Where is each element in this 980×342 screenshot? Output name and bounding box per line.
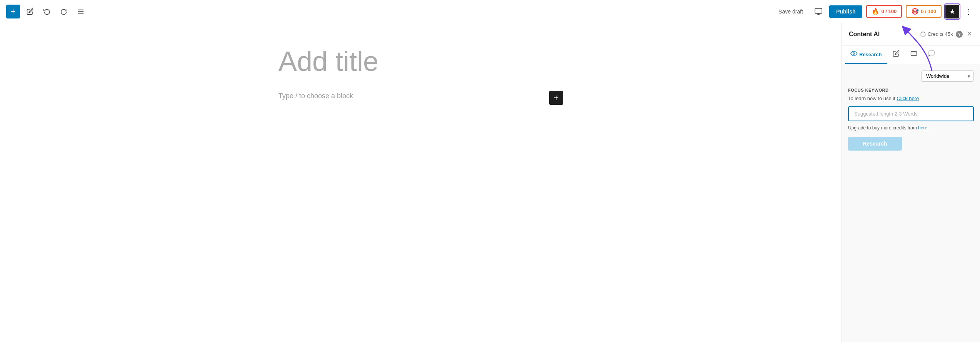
toolbar-left: + (6, 5, 771, 18)
credits-orange-icon: 🎯 (911, 8, 919, 15)
worldwide-select-wrapper: Worldwide United States United Kingdom C… (921, 70, 974, 82)
tab-research-label: Research (859, 52, 882, 57)
svg-point-6 (853, 53, 855, 55)
card-tab-icon (910, 50, 917, 59)
preview-icon (814, 7, 823, 16)
credits-info: Credits 45k (920, 31, 953, 37)
add-block-inline-button[interactable]: + (549, 91, 563, 105)
add-block-button[interactable]: + (6, 5, 20, 18)
undo-icon (43, 8, 50, 15)
svg-rect-7 (911, 52, 917, 56)
pencil-icon-button[interactable] (23, 5, 37, 18)
credits-red-button[interactable]: 🔥 0 / 100 (866, 5, 902, 18)
upgrade-link[interactable]: here. (918, 125, 928, 131)
redo-icon (60, 8, 67, 15)
credits-orange-label: 0 / 100 (921, 8, 936, 14)
worldwide-select[interactable]: Worldwide United States United Kingdom C… (921, 70, 974, 82)
upgrade-text: Upgrade to buy more credits from here. (848, 124, 974, 131)
loading-spinner (920, 32, 926, 37)
tab-card[interactable] (905, 45, 923, 64)
sidebar-tabs: Research (842, 45, 980, 64)
save-draft-button[interactable]: Save draft (774, 5, 808, 18)
more-options-button[interactable]: ⋮ (963, 5, 974, 18)
svg-rect-3 (815, 8, 822, 13)
tab-research[interactable]: Research (845, 45, 887, 64)
credits-red-icon: 🔥 (872, 8, 879, 15)
research-button[interactable]: Research (848, 137, 902, 151)
research-tab-icon (850, 50, 857, 59)
upgrade-text-before: Upgrade to buy more credits from (848, 125, 917, 131)
sidebar-header: Content AI Credits 45k ? × (842, 23, 980, 45)
focus-keyword-desc: To learn how to use it Click here (848, 95, 974, 102)
chat-tab-icon (928, 50, 935, 59)
editor-body-area: Type / to choose a block + (278, 92, 563, 105)
preview-button[interactable] (812, 5, 825, 18)
redo-button[interactable] (57, 5, 71, 18)
focus-keyword-section: FOCUS KEYWORD To learn how to use it Cli… (848, 88, 974, 151)
edit-tab-icon (893, 50, 900, 59)
click-here-link[interactable]: Click here (897, 96, 919, 101)
credits-amount: Credits 45k (928, 31, 953, 37)
toolbar: + Save draft (0, 0, 980, 23)
main-container: Add title Type / to choose a block + Con… (0, 23, 980, 342)
list-icon (77, 8, 84, 15)
editor-content: Add title Type / to choose a block + (278, 46, 563, 105)
star-button[interactable]: ★ (945, 5, 959, 18)
editor-area: Add title Type / to choose a block + (0, 23, 842, 342)
keyword-input[interactable] (848, 106, 974, 121)
sidebar-content: Worldwide United States United Kingdom C… (842, 64, 980, 342)
editor-title[interactable]: Add title (278, 46, 563, 77)
toolbar-right: Save draft Publish 🔥 0 / 100 🎯 0 / 100 ★… (774, 5, 974, 18)
undo-button[interactable] (40, 5, 54, 18)
tab-chat[interactable] (923, 45, 940, 64)
credits-red-label: 0 / 100 (881, 8, 897, 14)
tab-edit[interactable] (887, 45, 905, 64)
publish-button[interactable]: Publish (829, 5, 863, 18)
sidebar-title: Content AI (849, 31, 917, 38)
credits-orange-button[interactable]: 🎯 0 / 100 (906, 5, 942, 18)
focus-keyword-desc-text: To learn how to use it (848, 96, 895, 101)
help-icon[interactable]: ? (956, 31, 963, 38)
focus-keyword-label: FOCUS KEYWORD (848, 88, 974, 92)
sidebar-close-button[interactable]: × (966, 29, 973, 39)
sidebar: Content AI Credits 45k ? × Research (842, 23, 980, 342)
worldwide-row: Worldwide United States United Kingdom C… (848, 70, 974, 82)
star-icon: ★ (949, 7, 955, 16)
pencil-icon (27, 8, 33, 15)
list-icon-button[interactable] (74, 5, 88, 18)
star-button-wrapper: ★ (945, 5, 959, 18)
editor-body-placeholder[interactable]: Type / to choose a block (278, 92, 543, 100)
